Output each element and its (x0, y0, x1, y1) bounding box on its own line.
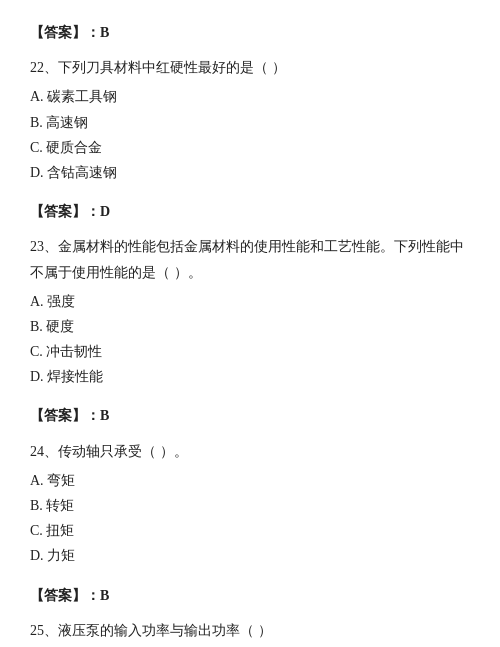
question-22-option-a: A. 碳素工具钢 (30, 84, 470, 109)
question-23-option-a: A. 强度 (30, 289, 470, 314)
answer-q22: 【答案】：B (30, 20, 470, 45)
question-23-option-b: B. 硬度 (30, 314, 470, 339)
question-22-option-d: D. 含钴高速钢 (30, 160, 470, 185)
question-24-option-c: C. 扭矩 (30, 518, 470, 543)
question-block-25: 25、液压泵的输入功率与输出功率（ ） A. 相同 B. 不同 C. 不知 (30, 618, 470, 647)
question-23-text: 23、金属材料的性能包括金属材料的使用性能和工艺性能。下列性能中不属于使用性能的… (30, 234, 470, 284)
question-24-text: 24、传动轴只承受（ ）。 (30, 439, 470, 464)
question-24-option-a: A. 弯矩 (30, 468, 470, 493)
answer-q25: 【答案】：B (30, 583, 470, 608)
answer-q22-text: 【答案】：B (30, 25, 109, 40)
question-22-text: 22、下列刀具材料中红硬性最好的是（ ） (30, 55, 470, 80)
answer-q23-text: 【答案】：D (30, 204, 110, 219)
answer-q24: 【答案】：B (30, 403, 470, 428)
question-22-option-b: B. 高速钢 (30, 110, 470, 135)
question-24-option-d: D. 力矩 (30, 543, 470, 568)
question-block-22: 22、下列刀具材料中红硬性最好的是（ ） A. 碳素工具钢 B. 高速钢 C. … (30, 55, 470, 185)
answer-q25-text: 【答案】：B (30, 588, 109, 603)
page-content: 【答案】：B 22、下列刀具材料中红硬性最好的是（ ） A. 碳素工具钢 B. … (30, 20, 470, 647)
question-25-text: 25、液压泵的输入功率与输出功率（ ） (30, 618, 470, 643)
answer-q23: 【答案】：D (30, 199, 470, 224)
answer-q24-text: 【答案】：B (30, 408, 109, 423)
question-22-option-c: C. 硬质合金 (30, 135, 470, 160)
question-23-option-d: D. 焊接性能 (30, 364, 470, 389)
question-block-23: 23、金属材料的性能包括金属材料的使用性能和工艺性能。下列性能中不属于使用性能的… (30, 234, 470, 389)
question-24-option-b: B. 转矩 (30, 493, 470, 518)
question-block-24: 24、传动轴只承受（ ）。 A. 弯矩 B. 转矩 C. 扭矩 D. 力矩 (30, 439, 470, 569)
question-23-option-c: C. 冲击韧性 (30, 339, 470, 364)
